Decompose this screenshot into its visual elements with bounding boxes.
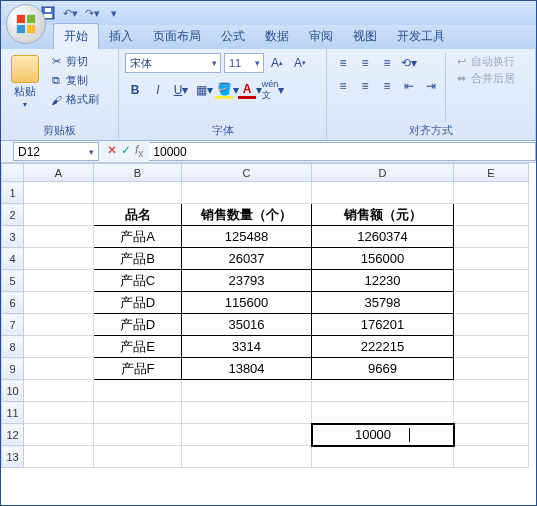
text-cursor-icon <box>409 428 410 442</box>
merge-icon: ⬌ <box>454 72 468 86</box>
underline-button[interactable]: U▾ <box>171 80 191 100</box>
group-alignment: ≡ ≡ ≡ ⟲▾ ≡ ≡ ≡ ⇤ ⇥ ↩自动换行 ⬌合并后居 对齐方式 <box>327 49 536 140</box>
table-cell[interactable]: 35016 <box>182 314 312 336</box>
undo-icon[interactable]: ↶▾ <box>61 4 79 22</box>
tab-review[interactable]: 审阅 <box>299 24 343 49</box>
row-header[interactable]: 5 <box>2 270 24 292</box>
row-header[interactable]: 11 <box>2 402 24 424</box>
phonetic-button[interactable]: wén文▾ <box>263 80 283 100</box>
align-right-icon[interactable]: ≡ <box>377 76 397 96</box>
table-cell[interactable]: 35798 <box>312 292 454 314</box>
indent-decrease-icon[interactable]: ⇤ <box>399 76 419 96</box>
italic-button[interactable]: I <box>148 80 168 100</box>
qat-customize-icon[interactable]: ▾ <box>105 4 123 22</box>
table-cell[interactable]: 产品C <box>94 270 182 292</box>
bold-button[interactable]: B <box>125 80 145 100</box>
tab-home[interactable]: 开始 <box>53 23 99 49</box>
format-painter-button[interactable]: 🖌格式刷 <box>47 91 101 108</box>
group-alignment-label: 对齐方式 <box>333 121 529 138</box>
align-left-icon[interactable]: ≡ <box>333 76 353 96</box>
cancel-icon[interactable]: ✕ <box>107 143 117 159</box>
tab-formulas[interactable]: 公式 <box>211 24 255 49</box>
shrink-font-icon[interactable]: A▾ <box>290 53 310 73</box>
table-cell[interactable]: 产品D <box>94 292 182 314</box>
row-header[interactable]: 8 <box>2 336 24 358</box>
redo-icon[interactable]: ↷▾ <box>83 4 101 22</box>
row-header[interactable]: 9 <box>2 358 24 380</box>
table-cell[interactable]: 产品E <box>94 336 182 358</box>
name-box[interactable]: D12 <box>13 142 99 161</box>
row-header[interactable]: 2 <box>2 204 24 226</box>
name-box-value: D12 <box>18 145 40 159</box>
tab-view[interactable]: 视图 <box>343 24 387 49</box>
copy-button[interactable]: ⧉复制 <box>47 72 101 89</box>
tab-insert[interactable]: 插入 <box>99 24 143 49</box>
row-header[interactable]: 12 <box>2 424 24 446</box>
table-cell[interactable]: 26037 <box>182 248 312 270</box>
office-logo-icon <box>15 13 37 35</box>
table-cell[interactable]: 13804 <box>182 358 312 380</box>
column-headers[interactable]: A B C D E <box>2 164 529 182</box>
wrap-text-button[interactable]: ↩自动换行 <box>452 53 517 70</box>
align-bottom-icon[interactable]: ≡ <box>377 53 397 73</box>
col-header[interactable]: E <box>454 164 529 182</box>
row-header[interactable]: 7 <box>2 314 24 336</box>
enter-icon[interactable]: ✓ <box>121 143 131 159</box>
row-header[interactable]: 6 <box>2 292 24 314</box>
table-header[interactable]: 品名 <box>94 204 182 226</box>
col-header[interactable]: A <box>24 164 94 182</box>
merge-center-button[interactable]: ⬌合并后居 <box>452 70 517 87</box>
active-cell-editing[interactable]: 10000 <box>312 424 454 446</box>
fx-icon[interactable]: fx <box>135 143 143 159</box>
formula-input[interactable]: 10000 <box>149 142 536 161</box>
table-cell[interactable]: 1260374 <box>312 226 454 248</box>
table-cell[interactable]: 156000 <box>312 248 454 270</box>
ribbon-tabs: 开始 插入 页面布局 公式 数据 审阅 视图 开发工具 <box>1 25 536 49</box>
grid[interactable]: A B C D E 1 2 品名 销售数量（个） 销售额（元） 3 产品A 12… <box>1 163 529 468</box>
table-cell[interactable]: 3314 <box>182 336 312 358</box>
table-cell[interactable]: 产品F <box>94 358 182 380</box>
worksheet: A B C D E 1 2 品名 销售数量（个） 销售额（元） 3 产品A 12… <box>1 163 536 468</box>
row-header[interactable]: 10 <box>2 380 24 402</box>
col-header[interactable]: D <box>312 164 454 182</box>
formula-value: 10000 <box>153 145 186 159</box>
row-header[interactable]: 1 <box>2 182 24 204</box>
col-header[interactable]: C <box>182 164 312 182</box>
col-header[interactable]: B <box>94 164 182 182</box>
row-header[interactable]: 4 <box>2 248 24 270</box>
tab-data[interactable]: 数据 <box>255 24 299 49</box>
align-center-icon[interactable]: ≡ <box>355 76 375 96</box>
row-header[interactable]: 13 <box>2 446 24 468</box>
fill-color-button[interactable]: 🪣▾ <box>217 80 237 100</box>
table-header[interactable]: 销售数量（个） <box>182 204 312 226</box>
table-cell[interactable]: 125488 <box>182 226 312 248</box>
table-cell[interactable]: 产品A <box>94 226 182 248</box>
table-cell[interactable]: 产品D <box>94 314 182 336</box>
table-header[interactable]: 销售额（元） <box>312 204 454 226</box>
align-top-icon[interactable]: ≡ <box>333 53 353 73</box>
select-all-corner[interactable] <box>2 164 24 182</box>
cut-button[interactable]: ✂剪切 <box>47 53 101 70</box>
table-cell[interactable]: 222215 <box>312 336 454 358</box>
table-cell[interactable]: 176201 <box>312 314 454 336</box>
table-cell[interactable]: 115600 <box>182 292 312 314</box>
table-cell[interactable]: 23793 <box>182 270 312 292</box>
border-button[interactable]: ▦▾ <box>194 80 214 100</box>
indent-increase-icon[interactable]: ⇥ <box>421 76 441 96</box>
orientation-icon[interactable]: ⟲▾ <box>399 53 419 73</box>
office-button[interactable] <box>6 4 46 44</box>
font-family-select[interactable]: 宋体 <box>125 53 221 73</box>
tab-page-layout[interactable]: 页面布局 <box>143 24 211 49</box>
paste-button[interactable]: 粘贴 ▾ <box>7 53 43 121</box>
grow-font-icon[interactable]: A▴ <box>267 53 287 73</box>
row-header[interactable]: 3 <box>2 226 24 248</box>
table-cell[interactable]: 产品B <box>94 248 182 270</box>
table-cell[interactable]: 12230 <box>312 270 454 292</box>
align-middle-icon[interactable]: ≡ <box>355 53 375 73</box>
font-size-select[interactable]: 11 <box>224 53 264 73</box>
table-cell[interactable]: 9669 <box>312 358 454 380</box>
tab-developer[interactable]: 开发工具 <box>387 24 455 49</box>
wrap-icon: ↩ <box>454 55 468 69</box>
font-color-button[interactable]: A▾ <box>240 80 260 100</box>
svg-rect-6 <box>45 8 51 12</box>
